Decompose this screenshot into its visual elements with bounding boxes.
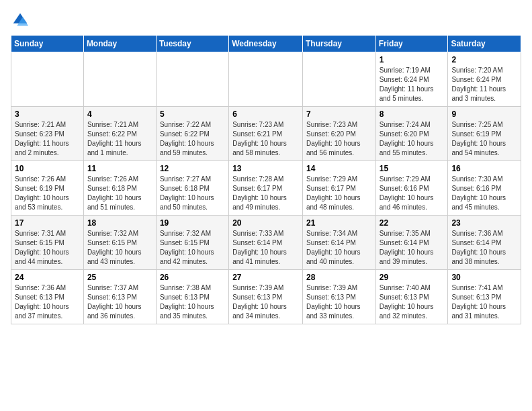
calendar-day-cell: 7Sunrise: 7:23 AM Sunset: 6:20 PM Daylig… xyxy=(302,107,375,161)
calendar-day-cell: 5Sunrise: 7:22 AM Sunset: 6:22 PM Daylig… xyxy=(156,107,228,161)
calendar-table: SundayMondayTuesdayWednesdayThursdayFrid… xyxy=(11,35,521,324)
day-number: 10 xyxy=(15,164,80,173)
calendar-week-row: 1Sunrise: 7:19 AM Sunset: 6:24 PM Daylig… xyxy=(11,52,521,107)
day-number: 6 xyxy=(232,109,299,119)
day-info: Sunrise: 7:34 AM Sunset: 6:14 PM Dayligh… xyxy=(306,229,372,267)
calendar-day-cell xyxy=(302,52,375,107)
calendar-day-cell: 8Sunrise: 7:24 AM Sunset: 6:20 PM Daylig… xyxy=(375,107,448,161)
day-number: 12 xyxy=(160,164,225,173)
day-number: 18 xyxy=(87,218,152,228)
day-number: 2 xyxy=(451,55,517,64)
day-info: Sunrise: 7:21 AM Sunset: 6:23 PM Dayligh… xyxy=(15,120,80,158)
logo-icon xyxy=(11,11,30,30)
day-info: Sunrise: 7:39 AM Sunset: 6:13 PM Dayligh… xyxy=(232,283,299,321)
day-number: 27 xyxy=(232,273,299,282)
day-number: 29 xyxy=(380,273,445,282)
day-info: Sunrise: 7:30 AM Sunset: 6:16 PM Dayligh… xyxy=(451,175,517,212)
calendar-day-cell: 27Sunrise: 7:39 AM Sunset: 6:13 PM Dayli… xyxy=(229,270,303,324)
day-info: Sunrise: 7:29 AM Sunset: 6:16 PM Dayligh… xyxy=(380,175,445,212)
day-number: 30 xyxy=(451,273,517,282)
day-number: 3 xyxy=(15,109,80,119)
calendar-day-cell xyxy=(229,52,303,107)
day-info: Sunrise: 7:32 AM Sunset: 6:15 PM Dayligh… xyxy=(160,229,225,267)
calendar-day-cell: 15Sunrise: 7:29 AM Sunset: 6:16 PM Dayli… xyxy=(375,161,448,216)
calendar-day-cell: 16Sunrise: 7:30 AM Sunset: 6:16 PM Dayli… xyxy=(448,161,521,216)
day-info: Sunrise: 7:26 AM Sunset: 6:19 PM Dayligh… xyxy=(15,175,80,212)
day-info: Sunrise: 7:28 AM Sunset: 6:17 PM Dayligh… xyxy=(232,175,299,212)
day-number: 15 xyxy=(380,164,445,173)
day-number: 24 xyxy=(15,273,80,282)
logo xyxy=(11,11,32,30)
day-number: 23 xyxy=(451,218,517,228)
day-info: Sunrise: 7:26 AM Sunset: 6:18 PM Dayligh… xyxy=(87,175,152,212)
day-number: 28 xyxy=(306,273,372,282)
day-of-week-header: Saturday xyxy=(448,36,521,52)
day-info: Sunrise: 7:41 AM Sunset: 6:13 PM Dayligh… xyxy=(451,283,517,321)
calendar-day-cell: 29Sunrise: 7:40 AM Sunset: 6:13 PM Dayli… xyxy=(375,270,448,324)
day-info: Sunrise: 7:35 AM Sunset: 6:14 PM Dayligh… xyxy=(380,229,445,267)
day-of-week-header: Sunday xyxy=(11,36,84,52)
calendar-day-cell: 1Sunrise: 7:19 AM Sunset: 6:24 PM Daylig… xyxy=(375,52,448,107)
calendar-day-cell: 2Sunrise: 7:20 AM Sunset: 6:24 PM Daylig… xyxy=(448,52,521,107)
day-info: Sunrise: 7:19 AM Sunset: 6:24 PM Dayligh… xyxy=(380,66,445,103)
day-info: Sunrise: 7:31 AM Sunset: 6:15 PM Dayligh… xyxy=(15,229,80,267)
day-info: Sunrise: 7:29 AM Sunset: 6:17 PM Dayligh… xyxy=(306,175,372,212)
day-number: 4 xyxy=(87,109,152,119)
calendar-week-row: 24Sunrise: 7:36 AM Sunset: 6:13 PM Dayli… xyxy=(11,270,521,324)
calendar-day-cell: 14Sunrise: 7:29 AM Sunset: 6:17 PM Dayli… xyxy=(302,161,375,216)
day-number: 11 xyxy=(87,164,152,173)
day-info: Sunrise: 7:32 AM Sunset: 6:15 PM Dayligh… xyxy=(87,229,152,267)
day-info: Sunrise: 7:38 AM Sunset: 6:13 PM Dayligh… xyxy=(160,283,225,321)
calendar-day-cell: 10Sunrise: 7:26 AM Sunset: 6:19 PM Dayli… xyxy=(11,161,84,216)
calendar-day-cell: 26Sunrise: 7:38 AM Sunset: 6:13 PM Dayli… xyxy=(156,270,228,324)
day-of-week-header: Thursday xyxy=(302,36,375,52)
calendar-day-cell: 20Sunrise: 7:33 AM Sunset: 6:14 PM Dayli… xyxy=(229,216,303,270)
calendar-day-cell: 22Sunrise: 7:35 AM Sunset: 6:14 PM Dayli… xyxy=(375,216,448,270)
day-of-week-header: Wednesday xyxy=(229,36,303,52)
day-info: Sunrise: 7:40 AM Sunset: 6:13 PM Dayligh… xyxy=(380,283,445,321)
day-number: 5 xyxy=(160,109,225,119)
day-number: 14 xyxy=(306,164,372,173)
day-number: 19 xyxy=(160,218,225,228)
day-of-week-header: Monday xyxy=(83,36,156,52)
calendar-day-cell: 28Sunrise: 7:39 AM Sunset: 6:13 PM Dayli… xyxy=(302,270,375,324)
day-number: 22 xyxy=(380,218,445,228)
calendar-day-cell xyxy=(156,52,228,107)
day-number: 1 xyxy=(380,55,445,64)
day-number: 17 xyxy=(15,218,80,228)
day-info: Sunrise: 7:25 AM Sunset: 6:19 PM Dayligh… xyxy=(451,120,517,158)
calendar-day-cell: 30Sunrise: 7:41 AM Sunset: 6:13 PM Dayli… xyxy=(448,270,521,324)
calendar-day-cell: 24Sunrise: 7:36 AM Sunset: 6:13 PM Dayli… xyxy=(11,270,84,324)
calendar-day-cell: 11Sunrise: 7:26 AM Sunset: 6:18 PM Dayli… xyxy=(83,161,156,216)
page-header xyxy=(11,11,521,30)
day-number: 25 xyxy=(87,273,152,282)
calendar-day-cell: 21Sunrise: 7:34 AM Sunset: 6:14 PM Dayli… xyxy=(302,216,375,270)
day-info: Sunrise: 7:20 AM Sunset: 6:24 PM Dayligh… xyxy=(451,66,517,103)
calendar-day-cell: 23Sunrise: 7:36 AM Sunset: 6:14 PM Dayli… xyxy=(448,216,521,270)
day-number: 21 xyxy=(306,218,372,228)
calendar-day-cell: 18Sunrise: 7:32 AM Sunset: 6:15 PM Dayli… xyxy=(83,216,156,270)
day-of-week-header: Friday xyxy=(375,36,448,52)
calendar-week-row: 3Sunrise: 7:21 AM Sunset: 6:23 PM Daylig… xyxy=(11,107,521,161)
day-info: Sunrise: 7:21 AM Sunset: 6:22 PM Dayligh… xyxy=(87,120,152,158)
calendar-day-cell: 4Sunrise: 7:21 AM Sunset: 6:22 PM Daylig… xyxy=(83,107,156,161)
calendar-day-cell: 12Sunrise: 7:27 AM Sunset: 6:18 PM Dayli… xyxy=(156,161,228,216)
calendar-header-row: SundayMondayTuesdayWednesdayThursdayFrid… xyxy=(11,36,521,52)
day-info: Sunrise: 7:24 AM Sunset: 6:20 PM Dayligh… xyxy=(380,120,445,158)
calendar-day-cell: 6Sunrise: 7:23 AM Sunset: 6:21 PM Daylig… xyxy=(229,107,303,161)
day-number: 16 xyxy=(451,164,517,173)
day-of-week-header: Tuesday xyxy=(156,36,228,52)
day-info: Sunrise: 7:27 AM Sunset: 6:18 PM Dayligh… xyxy=(160,175,225,212)
day-number: 13 xyxy=(232,164,299,173)
calendar-day-cell: 19Sunrise: 7:32 AM Sunset: 6:15 PM Dayli… xyxy=(156,216,228,270)
day-info: Sunrise: 7:33 AM Sunset: 6:14 PM Dayligh… xyxy=(232,229,299,267)
day-info: Sunrise: 7:37 AM Sunset: 6:13 PM Dayligh… xyxy=(87,283,152,321)
calendar-day-cell: 9Sunrise: 7:25 AM Sunset: 6:19 PM Daylig… xyxy=(448,107,521,161)
calendar-day-cell: 17Sunrise: 7:31 AM Sunset: 6:15 PM Dayli… xyxy=(11,216,84,270)
day-number: 26 xyxy=(160,273,225,282)
day-number: 7 xyxy=(306,109,372,119)
calendar-day-cell: 3Sunrise: 7:21 AM Sunset: 6:23 PM Daylig… xyxy=(11,107,84,161)
day-info: Sunrise: 7:36 AM Sunset: 6:13 PM Dayligh… xyxy=(15,283,80,321)
calendar-day-cell: 25Sunrise: 7:37 AM Sunset: 6:13 PM Dayli… xyxy=(83,270,156,324)
calendar-week-row: 10Sunrise: 7:26 AM Sunset: 6:19 PM Dayli… xyxy=(11,161,521,216)
